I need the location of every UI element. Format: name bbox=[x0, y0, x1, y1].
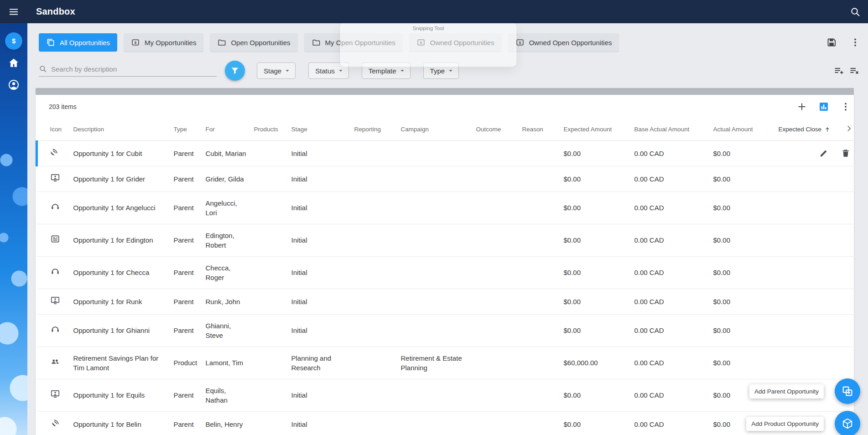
cell-reason bbox=[522, 379, 564, 411]
cell-outcome bbox=[476, 379, 522, 411]
app-root: Sandbox $ All Opportunities$My Opportuni… bbox=[0, 0, 868, 435]
table-row[interactable]: Opportunity 1 for EdingtonParentEdington… bbox=[37, 224, 855, 256]
cell-campaign bbox=[401, 256, 476, 289]
sidebar-item-home[interactable] bbox=[5, 54, 22, 72]
dropdown-status[interactable]: Status bbox=[308, 62, 349, 79]
arrow-up-icon bbox=[824, 126, 831, 133]
cell-outcome bbox=[476, 166, 522, 192]
cell-type: Parent bbox=[174, 224, 206, 256]
view-chip-owned-opportunities[interactable]: $Owned Opportunities bbox=[409, 33, 502, 52]
fab-stack: Add Parent OpportunityAdd Product Opport… bbox=[746, 378, 860, 435]
cell-icon bbox=[37, 166, 73, 192]
card-dollar-icon: $ bbox=[131, 38, 140, 47]
table-row[interactable]: Retirement Savings Plan for Tim LamontPr… bbox=[37, 347, 855, 379]
cell-reason bbox=[522, 314, 564, 347]
table-row[interactable]: Opportunity 1 for GhianniParentGhianni, … bbox=[37, 314, 855, 347]
satellite-icon bbox=[50, 418, 60, 428]
cell-reason bbox=[522, 411, 564, 435]
playlist-add-button[interactable] bbox=[833, 65, 844, 76]
cell-description: Opportunity 1 for Ghianni bbox=[73, 314, 174, 347]
table-row[interactable]: Opportunity 1 for BelinParentBelin, Henr… bbox=[37, 411, 855, 435]
cell-icon bbox=[37, 411, 73, 435]
cell-expected-amount: $0.00 bbox=[564, 224, 634, 256]
cell-reporting bbox=[354, 379, 401, 411]
table-more-button[interactable] bbox=[840, 101, 851, 112]
add-product-opportunity-fab[interactable] bbox=[835, 411, 860, 435]
table-row[interactable]: Opportunity 1 for EquilsParentEquils, Na… bbox=[37, 379, 855, 411]
table-header-row: IconDescriptionTypeForProductsStageRepor… bbox=[37, 119, 855, 140]
add-item-button[interactable] bbox=[796, 101, 807, 112]
table-row[interactable]: Opportunity 1 for GriderParentGrider, Gi… bbox=[37, 166, 855, 192]
save-button[interactable] bbox=[826, 37, 837, 48]
column-header-outcome[interactable]: Outcome bbox=[476, 119, 522, 140]
cell-stage: Initial bbox=[291, 256, 354, 289]
delete-row-button[interactable] bbox=[841, 148, 851, 158]
column-header-reason[interactable]: Reason bbox=[522, 119, 564, 140]
row-actions bbox=[779, 148, 851, 158]
column-header-expected-close[interactable]: Expected Close bbox=[779, 119, 844, 140]
playlist-remove-button[interactable] bbox=[849, 65, 860, 76]
cell-type: Parent bbox=[174, 166, 206, 192]
cell-reporting bbox=[354, 256, 401, 289]
view-chip-open-opportunities[interactable]: Open Opportunities bbox=[210, 33, 297, 52]
cell-products bbox=[254, 347, 291, 379]
chevron-right-icon bbox=[844, 124, 853, 133]
cell-stage: Initial bbox=[291, 314, 354, 347]
column-header-for[interactable]: For bbox=[206, 119, 254, 140]
view-chip-label: All Opportunities bbox=[60, 39, 110, 47]
column-header-reporting[interactable]: Reporting bbox=[354, 119, 401, 140]
search-input[interactable] bbox=[51, 65, 217, 73]
table-row[interactable]: Opportunity 1 for AngelucciParentAngeluc… bbox=[37, 192, 855, 224]
table-row[interactable]: Opportunity 1 for CubitParentCubit, Mari… bbox=[37, 140, 855, 166]
column-header-products[interactable]: Products bbox=[254, 119, 291, 140]
cell-stage: Initial bbox=[291, 224, 354, 256]
caret-down-icon bbox=[283, 67, 291, 75]
view-chip-my-open-opportunities[interactable]: My Open Opportunities bbox=[304, 33, 403, 52]
table-row[interactable]: Opportunity 1 for CheccaParentChecca, Ro… bbox=[37, 256, 855, 289]
sidebar-item-account[interactable] bbox=[5, 76, 22, 93]
column-header-icon[interactable]: Icon bbox=[37, 119, 73, 140]
column-header-description[interactable]: Description bbox=[73, 119, 174, 140]
cell-reporting bbox=[354, 314, 401, 347]
cell-outcome bbox=[476, 347, 522, 379]
chart-view-button[interactable] bbox=[818, 101, 829, 112]
edit-row-button[interactable] bbox=[819, 148, 829, 158]
cell-base-actual-amount: 0.00 CAD bbox=[634, 411, 713, 435]
search-box bbox=[39, 65, 217, 77]
dropdown-label: Stage bbox=[264, 67, 281, 75]
more-options-button[interactable] bbox=[850, 37, 861, 48]
cell-expected-amount: $0.00 bbox=[564, 379, 634, 411]
cell-actual-amount: $0.00 bbox=[713, 256, 779, 289]
column-header-campaign[interactable]: Campaign bbox=[401, 119, 476, 140]
menu-button[interactable] bbox=[8, 6, 19, 17]
cell-expected-close bbox=[779, 224, 844, 256]
cell-type: Parent bbox=[174, 314, 206, 347]
table-row[interactable]: Opportunity 1 for RunkParentRunk, JohnIn… bbox=[37, 289, 855, 314]
column-header-actual-amount[interactable]: Actual Amount bbox=[713, 119, 779, 140]
dropdown-template[interactable]: Template bbox=[362, 62, 411, 79]
dropdown-type[interactable]: Type bbox=[423, 62, 459, 79]
sidebar-item-opportunities[interactable]: $ bbox=[5, 32, 22, 50]
filter-button[interactable] bbox=[225, 61, 245, 81]
playlist-remove-icon bbox=[849, 65, 860, 76]
card-dollar-icon: $ bbox=[416, 38, 426, 47]
column-header-expected-amount[interactable]: Expected Amount bbox=[564, 119, 634, 140]
horizontal-scrollbar[interactable] bbox=[36, 88, 854, 95]
view-chip-label: My Open Opportunities bbox=[325, 39, 395, 47]
cell-reason bbox=[522, 347, 564, 379]
table-scroll-right-button[interactable] bbox=[844, 119, 855, 140]
cell-description: Opportunity 1 for Cubit bbox=[73, 140, 174, 166]
column-header-type[interactable]: Type bbox=[174, 119, 206, 140]
cell-description: Opportunity 1 for Belin bbox=[73, 411, 174, 435]
column-header-base-actual-amount[interactable]: Base Actual Amount bbox=[634, 119, 713, 140]
view-chip-my-opportunities[interactable]: $My Opportunities bbox=[124, 33, 203, 52]
dropdown-stage[interactable]: Stage bbox=[257, 62, 296, 79]
svg-text:$: $ bbox=[519, 41, 521, 45]
view-chip-owned-open-opportunities[interactable]: $Owned Open Opportunities bbox=[508, 33, 619, 52]
column-header-stage[interactable]: Stage bbox=[291, 119, 354, 140]
add-parent-opportunity-fab[interactable] bbox=[835, 378, 860, 404]
global-search-button[interactable] bbox=[850, 6, 861, 17]
headset-icon bbox=[50, 266, 60, 276]
view-chip-all-opportunities[interactable]: All Opportunities bbox=[39, 33, 117, 52]
list-actions bbox=[833, 65, 861, 76]
